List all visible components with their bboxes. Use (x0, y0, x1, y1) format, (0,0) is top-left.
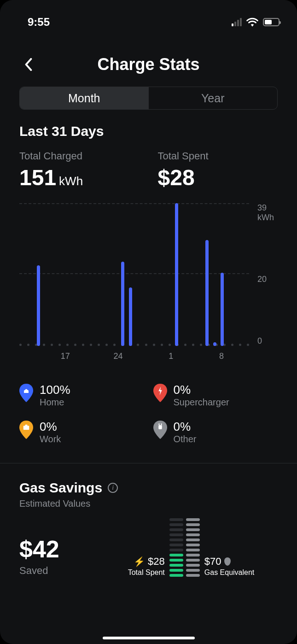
ladder-rung (186, 549, 200, 551)
chart-y-axis: 39 kWh 20 0 (255, 203, 278, 346)
ladder-rung (186, 544, 200, 546)
y-tick-mid: 20 (257, 275, 267, 284)
chart-bar (37, 265, 40, 346)
chart-bar (129, 287, 132, 346)
x-tick: 8 (219, 351, 224, 361)
x-tick: 24 (114, 351, 123, 361)
ladder-rung (186, 554, 200, 556)
total-spent-value: $28 (158, 165, 195, 190)
chart-bar-slot (65, 203, 73, 346)
ladder-rung (186, 539, 200, 541)
gas-savings-sub: Estimated Values (19, 498, 278, 509)
chart-bar-slot (96, 203, 104, 346)
gas-saved-amount: $42 (19, 535, 102, 563)
back-button[interactable] (19, 55, 38, 74)
ladder-rung (169, 574, 183, 577)
home-indicator[interactable] (103, 637, 195, 639)
chart-bar-slot (111, 203, 119, 346)
total-charged-label: Total Charged (19, 150, 140, 162)
chart-bar (213, 342, 216, 346)
ladder-rung (186, 518, 200, 521)
ladder-rung (169, 559, 183, 562)
segment-year[interactable]: Year (149, 87, 278, 109)
gas-spent-label: Total Spent (128, 568, 165, 577)
chart-bar-slot (173, 203, 181, 346)
segment-month[interactable]: Month (20, 87, 149, 109)
y-unit: kWh (257, 213, 274, 222)
chart-bar-slot (203, 203, 211, 346)
ladder-rung (186, 533, 200, 536)
legend-other-label: Other (174, 434, 197, 445)
gas-savings-title: Gas Savings (19, 480, 102, 496)
wifi-icon (246, 18, 258, 27)
ladder-rung (169, 569, 183, 572)
chart-bar-slot (142, 203, 150, 346)
charge-chart[interactable]: 39 kWh 20 0 (19, 203, 278, 346)
ladder-rung (169, 544, 183, 546)
chart-bar-slot (188, 203, 196, 346)
legend-other-pct: 0% (174, 420, 197, 434)
chart-bar-slot (165, 203, 173, 346)
ladder-rung (186, 569, 200, 572)
legend-supercharger[interactable]: 0% Supercharger (153, 383, 278, 408)
period-segmented: Month Year (19, 87, 278, 110)
status-time: 9:55 (28, 16, 50, 29)
legend-work[interactable]: 0% Work (19, 420, 144, 445)
totals-row: Total Charged 151 kWh Total Spent $28 (19, 150, 278, 190)
legend-other[interactable]: 0% Other (153, 420, 278, 445)
chart-bar-slot (180, 203, 188, 346)
chart-bar-slot (88, 203, 96, 346)
chart-bar-slot (226, 203, 234, 346)
ladder-rung (186, 564, 200, 567)
other-pin-icon (153, 421, 167, 439)
ladder-rung (169, 539, 183, 541)
chart-bar-slot (234, 203, 242, 346)
chart-bar (205, 240, 209, 346)
chart-bar-slot (19, 203, 27, 346)
chart-bar-slot (27, 203, 35, 346)
chevron-left-icon (25, 58, 32, 71)
ladder-rung (169, 549, 183, 551)
location-legend: 100% Home 0% Supercharger (19, 383, 278, 445)
total-charged-unit: kWh (59, 174, 83, 188)
period-label: Last 31 Days (19, 123, 278, 139)
ladder-rung (186, 523, 200, 526)
chart-bar (221, 273, 224, 346)
drop-icon (224, 557, 231, 566)
ladder-rung (186, 528, 200, 531)
x-tick: 17 (61, 351, 70, 361)
chart-bar (121, 262, 124, 346)
y-tick-top: 39 (257, 203, 274, 213)
work-pin-icon (19, 421, 33, 439)
cell-signal-icon (232, 18, 242, 26)
chart-bar-slot (50, 203, 58, 346)
ladder-rung (169, 564, 183, 567)
app-screen: 9:55 Charge Stats (0, 0, 297, 644)
svg-rect-0 (23, 426, 29, 430)
chart-bar-slot (196, 203, 204, 346)
home-pin-icon (19, 384, 33, 402)
legend-supercharger-label: Supercharger (174, 397, 229, 408)
bolt-icon: ⚡ (134, 556, 145, 567)
chart-bar (175, 203, 178, 346)
info-icon[interactable]: i (108, 483, 118, 493)
chart-bar-slot (242, 203, 250, 346)
legend-home[interactable]: 100% Home (19, 383, 144, 408)
svg-rect-2 (158, 425, 162, 429)
y-tick-bot: 0 (257, 336, 262, 346)
chart-bar-slot (119, 203, 127, 346)
chart-bar-slot (35, 203, 42, 346)
chart-bar-slot (150, 203, 157, 346)
page-title: Charge Stats (97, 55, 199, 74)
svg-rect-1 (25, 425, 28, 427)
chart-bar-slot (157, 203, 165, 346)
chart-x-axis: 172418 (19, 351, 249, 363)
ladder-rung (186, 559, 200, 562)
legend-work-pct: 0% (40, 420, 61, 434)
spent-ladder (169, 518, 183, 577)
ladder-rung (169, 554, 183, 556)
chart-bar-slot (134, 203, 142, 346)
total-spent-label: Total Spent (158, 150, 278, 162)
status-bar: 9:55 (0, 9, 297, 31)
chart-bar-slot (219, 203, 227, 346)
